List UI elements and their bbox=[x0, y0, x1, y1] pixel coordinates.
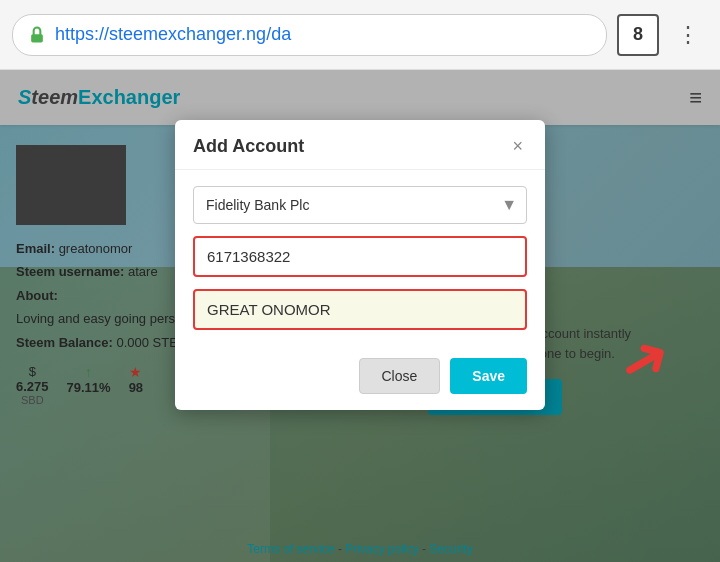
close-button[interactable]: Close bbox=[359, 358, 441, 394]
account-name-input[interactable] bbox=[193, 289, 527, 330]
modal-overlay: Add Account × Fidelity Bank Plc Access B… bbox=[0, 70, 720, 562]
bank-select-wrapper: Fidelity Bank Plc Access Bank GTBank Zen… bbox=[193, 186, 527, 224]
modal-header: Add Account × bbox=[175, 120, 545, 170]
modal-footer: Close Save bbox=[175, 346, 545, 410]
modal-title: Add Account bbox=[193, 136, 304, 157]
page-background: SteemExchanger ≡ Email: greatonomor Stee… bbox=[0, 70, 720, 562]
modal-body: Fidelity Bank Plc Access Bank GTBank Zen… bbox=[175, 170, 545, 346]
lock-icon bbox=[27, 25, 47, 45]
svg-rect-0 bbox=[31, 34, 43, 42]
add-account-modal: Add Account × Fidelity Bank Plc Access B… bbox=[175, 120, 545, 410]
browser-menu-icon[interactable]: ⋮ bbox=[669, 18, 708, 52]
address-bar[interactable]: https://steemexchanger.ng/da bbox=[12, 14, 607, 56]
tab-count[interactable]: 8 bbox=[617, 14, 659, 56]
address-text: https://steemexchanger.ng/da bbox=[55, 24, 291, 45]
modal-close-button[interactable]: × bbox=[508, 136, 527, 157]
account-number-input[interactable] bbox=[193, 236, 527, 277]
save-button[interactable]: Save bbox=[450, 358, 527, 394]
arrow-indicator: ➜ bbox=[620, 330, 670, 390]
bank-select[interactable]: Fidelity Bank Plc Access Bank GTBank Zen… bbox=[193, 186, 527, 224]
red-arrow-icon: ➜ bbox=[608, 322, 681, 399]
browser-bar: https://steemexchanger.ng/da 8 ⋮ bbox=[0, 0, 720, 70]
